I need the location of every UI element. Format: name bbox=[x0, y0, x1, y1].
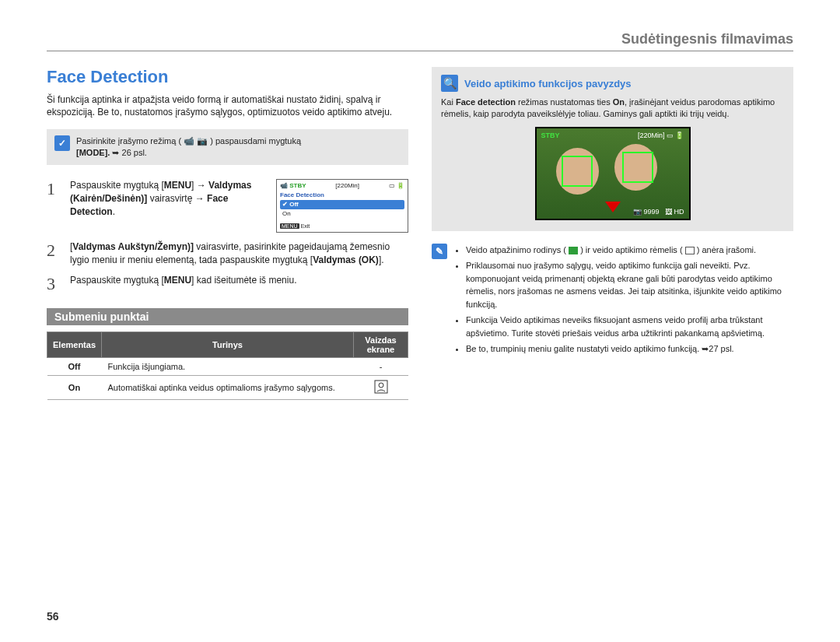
row-off-pic: - bbox=[354, 358, 408, 376]
face-box-icon bbox=[622, 152, 653, 183]
th-element: Elementas bbox=[47, 332, 102, 358]
info-box: ✎ Veido atpažinimo rodinys ( ) ir veido … bbox=[432, 244, 793, 359]
example-body: Kai Face detection režimas nustatomas ti… bbox=[441, 96, 784, 121]
photo-icon: 📷 bbox=[197, 136, 208, 146]
lcd-menu-title: Face Detection bbox=[280, 191, 404, 199]
page-number: 56 bbox=[47, 610, 59, 623]
row-on-pic bbox=[354, 376, 408, 400]
overlay-hd: HD bbox=[674, 208, 684, 216]
step-1: 1 Paspauskite mygtuką [MENU] → Valdymas … bbox=[47, 179, 408, 233]
step-num-1: 1 bbox=[47, 179, 62, 199]
info-bullet-2: Priklausomai nuo įrašymo sąlygų, veido a… bbox=[466, 259, 793, 310]
row-off-content: Funkcija išjungiama. bbox=[102, 358, 354, 376]
row-on-content: Automatiškai aptinka veidus optimalioms … bbox=[102, 376, 354, 400]
chapter-title: Sudėtingesnis filmavimas bbox=[47, 31, 793, 51]
step-2-body: [Valdymas Aukštyn/Žemyn)] vairasvirte, p… bbox=[70, 240, 408, 267]
svg-rect-0 bbox=[375, 381, 387, 393]
th-picture: Vaizdas ekrane bbox=[354, 332, 408, 358]
step-num-3: 3 bbox=[47, 274, 62, 294]
info-bullet-3: Funkcija Veido aptikimas neveiks fiksuoj… bbox=[466, 314, 793, 339]
mode-note-page: 26 psl. bbox=[122, 148, 147, 157]
step-2: 2 [Valdymas Aukštyn/Žemyn)] vairasvirte,… bbox=[47, 240, 408, 267]
mode-note-suffix: ) paspausdami mygtuką bbox=[210, 136, 301, 146]
overlay-time: [220Min] bbox=[638, 132, 665, 139]
overlay-count: 9999 bbox=[643, 208, 659, 216]
lcd-opt-on: On bbox=[280, 209, 404, 219]
face-indicator-icon bbox=[569, 247, 578, 254]
mode-note: ✓ Pasirinkite įrašymo režimą ( 📹 📷 ) pas… bbox=[47, 129, 408, 165]
table-row: On Automatiškai aptinka veidus optimalio… bbox=[47, 376, 408, 400]
page-ref-arrow: ➥ bbox=[702, 344, 709, 353]
row-off-elem: Off bbox=[47, 358, 102, 376]
info-bullet-1: Veido atpažinimo rodinys ( ) ir veido ap… bbox=[466, 244, 793, 257]
video-icon: 📹 bbox=[184, 136, 194, 146]
magnifier-icon: 🔍 bbox=[441, 75, 458, 92]
table-row: Off Funkcija išjungiama. - bbox=[47, 358, 408, 376]
th-content: Turinys bbox=[102, 332, 354, 358]
svg-point-1 bbox=[379, 383, 383, 388]
submenu-header: Submeniu punktai bbox=[47, 308, 408, 325]
page-title: Face Detection bbox=[47, 67, 408, 87]
lcd-preview: 📹 STBY [220Min] ▭ 🔋 Face Detection ✔ Off… bbox=[276, 179, 408, 233]
sample-screenshot: STBY [220Min] ▭ 🔋 📷 9999 🖼 HD bbox=[535, 127, 691, 220]
info-bullet-4: Be to, trumpinių meniu galite nustatyti … bbox=[466, 342, 793, 356]
example-title: Veido aptikimo funkcijos pavyzdys bbox=[464, 78, 632, 89]
example-box: 🔍 Veido aptikimo funkcijos pavyzdys Kai … bbox=[432, 67, 793, 231]
info-icon: ✎ bbox=[432, 244, 447, 259]
step-3-body: Paspauskite mygtuką [MENU] kad išeitumėt… bbox=[70, 274, 408, 287]
lcd-opt-off: ✔ Off bbox=[280, 200, 404, 209]
lcd-exit: MENUExit bbox=[280, 223, 404, 230]
mode-note-mode: [MODE]. bbox=[76, 148, 112, 157]
mode-note-prefix: Pasirinkite įrašymo režimą ( bbox=[76, 136, 184, 146]
marker-icon bbox=[605, 202, 621, 212]
row-on-elem: On bbox=[47, 376, 102, 400]
overlay-stby: STBY bbox=[541, 132, 560, 139]
lcd-time: [220Min] bbox=[335, 182, 359, 190]
check-icon: ✓ bbox=[54, 135, 70, 151]
face-frame-icon bbox=[685, 247, 695, 254]
page-ref-arrow: ➥ bbox=[112, 148, 119, 157]
step-1-body: Paspauskite mygtuką [MENU] → Valdymas (K… bbox=[70, 179, 268, 218]
step-num-2: 2 bbox=[47, 240, 62, 261]
intro-text: Ši funkcija aptinka ir atpažįsta veido f… bbox=[47, 93, 408, 118]
submenu-table: Elementas Turinys Vaizdas ekrane Off Fun… bbox=[47, 332, 408, 400]
face-box-icon bbox=[562, 156, 593, 187]
step-3: 3 Paspauskite mygtuką [MENU] kad išeitum… bbox=[47, 274, 408, 294]
lcd-stby: STBY bbox=[289, 182, 306, 189]
